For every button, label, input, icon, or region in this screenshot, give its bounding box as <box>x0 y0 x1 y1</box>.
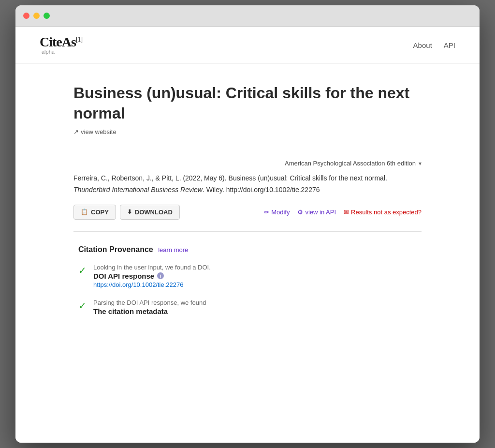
section-divider <box>73 231 422 232</box>
nav-api[interactable]: API <box>444 41 455 49</box>
citation-text-suffix: . Wiley. http://doi.org/10.1002/tie.2227… <box>203 186 320 194</box>
view-api-label: view in API <box>305 209 336 216</box>
gear-icon: ⚙ <box>297 209 303 216</box>
view-website-link[interactable]: ↗ view website <box>73 128 116 135</box>
logo-superscript: [1] <box>76 36 82 43</box>
logo-citeas: CiteAs <box>40 34 76 49</box>
download-button[interactable]: ⬇ DOWNLOAD <box>120 205 180 220</box>
logo[interactable]: CiteAs[1] alpha <box>40 35 82 55</box>
chevron-down-icon: ▾ <box>419 160 422 167</box>
learn-more-link[interactable]: learn more <box>158 246 188 254</box>
download-label: DOWNLOAD <box>135 209 173 216</box>
close-button[interactable] <box>23 13 29 19</box>
modify-label: Modify <box>271 209 290 216</box>
pencil-icon: ✏ <box>264 209 269 216</box>
copy-button[interactable]: 📋 COPY <box>73 205 116 220</box>
check-icon-2: ✓ <box>78 300 87 312</box>
citation-text-plain: Ferreira, C., Robertson, J., & Pitt, L. … <box>73 174 387 182</box>
copy-icon: 📋 <box>81 209 88 215</box>
provenance-title-text: Citation Provenance <box>78 245 153 254</box>
citation-format-selector[interactable]: American Psychological Association 6th e… <box>285 160 422 167</box>
info-icon-1[interactable]: i <box>157 272 164 279</box>
logo-text: CiteAs[1] <box>40 35 82 49</box>
traffic-lights <box>23 13 50 19</box>
view-api-link[interactable]: ⚙ view in API <box>297 209 336 216</box>
provenance-label-1-text: DOI API response <box>93 272 154 280</box>
citation-text: Ferreira, C., Robertson, J., & Pitt, L. … <box>73 173 422 196</box>
provenance-label-2: The citation metadata <box>93 307 206 315</box>
browser-window: CiteAs[1] alpha About API Business (un)u… <box>15 5 480 443</box>
citation-actions: 📋 COPY ⬇ DOWNLOAD ✏ Modify <box>73 205 422 220</box>
navbar: CiteAs[1] alpha About API <box>15 27 480 64</box>
provenance-section: Citation Provenance learn more ✓ Looking… <box>73 245 422 315</box>
provenance-doi-link[interactable]: https://doi.org/10.1002/tie.22276 <box>93 281 211 288</box>
citation-format-row: American Psychological Association 6th e… <box>73 160 422 167</box>
titlebar <box>15 5 480 27</box>
view-website-label: view website <box>81 128 116 135</box>
citation-section: American Psychological Association 6th e… <box>73 160 422 315</box>
nav-links: About API <box>413 41 455 49</box>
copy-label: COPY <box>91 209 109 216</box>
main-content: Business (un)usual: Critical skills for … <box>49 64 446 350</box>
results-link[interactable]: ✉ Results not as expected? <box>344 209 422 216</box>
minimize-button[interactable] <box>33 13 40 19</box>
action-links: ✏ Modify ⚙ view in API ✉ Results not as … <box>264 209 422 216</box>
provenance-item-1: ✓ Looking in the user input, we found a … <box>78 264 422 288</box>
provenance-item-2-content: Parsing the DOI API response, we found T… <box>93 299 206 315</box>
provenance-title: Citation Provenance learn more <box>78 245 422 254</box>
provenance-desc-1: Looking in the user input, we found a DO… <box>93 264 211 271</box>
citation-journal: Thunderbird International Business Revie… <box>73 186 203 194</box>
btn-group: 📋 COPY ⬇ DOWNLOAD <box>73 205 180 220</box>
citation-format-label: American Psychological Association 6th e… <box>285 160 416 167</box>
maximize-button[interactable] <box>44 13 50 19</box>
nav-about[interactable]: About <box>413 41 432 49</box>
provenance-item-1-content: Looking in the user input, we found a DO… <box>93 264 211 288</box>
article-title: Business (un)usual: Critical skills for … <box>73 83 422 123</box>
modify-link[interactable]: ✏ Modify <box>264 209 290 216</box>
mail-icon: ✉ <box>344 209 349 216</box>
browser-content: CiteAs[1] alpha About API Business (un)u… <box>15 27 480 443</box>
logo-alpha: alpha <box>42 49 55 55</box>
check-icon-1: ✓ <box>78 265 87 276</box>
external-link-icon: ↗ <box>73 128 79 135</box>
provenance-label-1: DOI API response i <box>93 272 211 280</box>
provenance-desc-2: Parsing the DOI API response, we found <box>93 299 206 306</box>
provenance-item-2: ✓ Parsing the DOI API response, we found… <box>78 299 422 315</box>
results-label: Results not as expected? <box>351 209 422 216</box>
download-icon: ⬇ <box>127 209 132 215</box>
provenance-label-2-text: The citation metadata <box>93 307 168 315</box>
